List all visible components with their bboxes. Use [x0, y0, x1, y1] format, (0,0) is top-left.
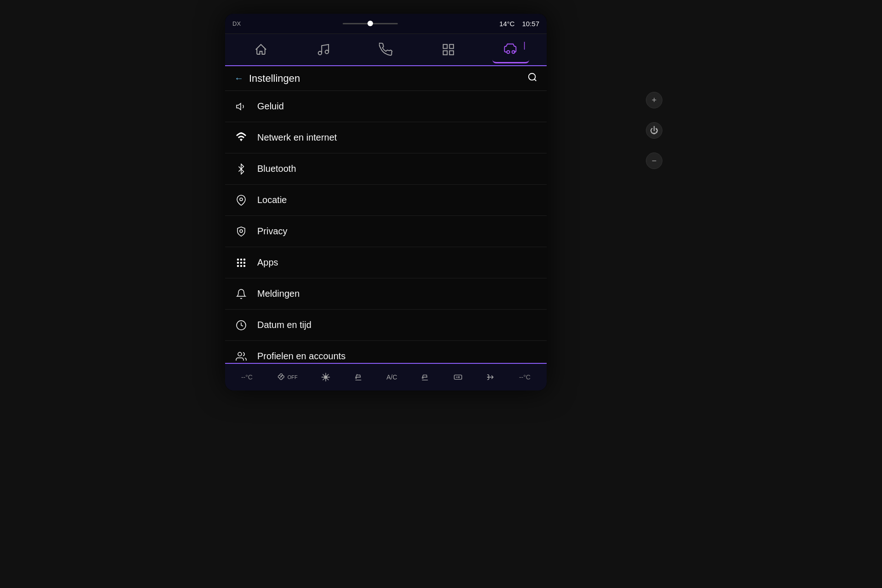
svg-point-10 — [240, 198, 243, 201]
svg-point-22 — [238, 352, 242, 356]
svg-rect-5 — [450, 51, 454, 55]
settings-item-netwerk[interactable]: Netwerk en internet — [225, 122, 547, 153]
svg-point-1 — [325, 50, 329, 54]
tab-car[interactable]: | — [492, 36, 529, 63]
settings-item-apps[interactable]: Apps — [225, 247, 547, 278]
volume-minus-button[interactable]: − — [646, 153, 662, 169]
svg-point-17 — [244, 262, 245, 263]
settings-item-profielen[interactable]: Profielen en accounts — [225, 341, 547, 363]
temp-right[interactable]: --°C — [519, 373, 531, 381]
signal-indicator: DX — [232, 20, 241, 27]
settings-list: Geluid Netwerk en internet — [225, 91, 547, 363]
airflow-control[interactable] — [486, 372, 496, 382]
location-icon — [234, 193, 248, 207]
fan-label: OFF — [288, 374, 298, 380]
datum-label: Datum en tijd — [257, 320, 311, 330]
profielen-label: Profielen en accounts — [257, 351, 345, 362]
temperature-display: 14°C — [499, 20, 515, 28]
svg-point-16 — [241, 262, 242, 263]
profiles-icon — [234, 350, 248, 363]
svg-point-12 — [237, 259, 239, 260]
svg-point-15 — [237, 262, 239, 263]
bluetooth-label: Bluetooth — [257, 164, 296, 174]
tab-phone[interactable] — [368, 36, 404, 63]
sound-icon — [234, 100, 248, 113]
volume-plus-button[interactable]: + — [646, 92, 662, 108]
power-button[interactable]: ⏻ — [646, 122, 662, 139]
settings-item-bluetooth[interactable]: Bluetooth — [225, 153, 547, 185]
settings-item-locatie[interactable]: Locatie — [225, 185, 547, 216]
back-button[interactable]: ← — [234, 73, 243, 84]
settings-header: ← Instellingen — [225, 66, 547, 91]
ac-button[interactable]: A/C — [386, 373, 397, 381]
temp-left[interactable]: --°C — [241, 373, 253, 381]
side-volume-controls: + ⏻ − — [646, 92, 662, 169]
volume-slider[interactable] — [343, 23, 398, 24]
status-bar: DX 14°C 10:57 — [225, 14, 547, 34]
time-display: 10:57 — [522, 20, 539, 28]
wifi-icon — [234, 131, 248, 145]
car-background: DX 14°C 10:57 — [0, 0, 882, 588]
heated-seat-driver[interactable] — [353, 372, 363, 382]
svg-point-13 — [241, 259, 242, 260]
infotainment-screen: DX 14°C 10:57 — [225, 14, 547, 390]
settings-item-datum[interactable]: Datum en tijd — [225, 310, 547, 341]
heated-seat-passenger[interactable] — [420, 372, 430, 382]
tab-media[interactable] — [305, 36, 342, 63]
svg-rect-4 — [443, 51, 447, 55]
settings-item-meldingen[interactable]: Meldingen — [225, 278, 547, 310]
svg-point-0 — [318, 51, 322, 55]
clock-icon — [234, 318, 248, 332]
navigation-tabs: | — [225, 34, 547, 66]
svg-marker-9 — [237, 103, 241, 110]
svg-rect-25 — [454, 375, 462, 379]
apps-icon — [234, 256, 248, 270]
tab-apps[interactable] — [430, 36, 467, 63]
fan-control[interactable]: OFF — [276, 372, 298, 382]
locatie-label: Locatie — [257, 195, 287, 205]
svg-point-19 — [241, 265, 242, 266]
climate-bar: --°C OFF — [225, 363, 547, 390]
defrost-rear[interactable] — [453, 372, 463, 382]
page-title: Instellingen — [249, 73, 300, 85]
meldingen-label: Meldingen — [257, 288, 300, 299]
bluetooth-icon — [234, 162, 248, 176]
svg-point-8 — [529, 73, 536, 80]
defrost-front[interactable] — [321, 372, 331, 382]
apps-label: Apps — [257, 257, 278, 268]
svg-point-20 — [244, 265, 245, 266]
svg-point-11 — [240, 230, 243, 232]
svg-rect-2 — [443, 45, 447, 49]
search-button[interactable] — [527, 72, 537, 85]
privacy-label: Privacy — [257, 226, 288, 237]
svg-point-18 — [237, 265, 239, 266]
tab-home[interactable] — [243, 36, 279, 63]
svg-point-6 — [507, 51, 509, 53]
geluid-label: Geluid — [257, 101, 284, 112]
svg-point-7 — [512, 51, 515, 53]
svg-point-14 — [244, 259, 245, 260]
privacy-icon — [234, 225, 248, 238]
svg-rect-3 — [450, 45, 454, 49]
netwerk-label: Netwerk en internet — [257, 132, 337, 143]
notifications-icon — [234, 287, 248, 301]
settings-item-privacy[interactable]: Privacy — [225, 216, 547, 247]
settings-item-geluid[interactable]: Geluid — [225, 91, 547, 122]
